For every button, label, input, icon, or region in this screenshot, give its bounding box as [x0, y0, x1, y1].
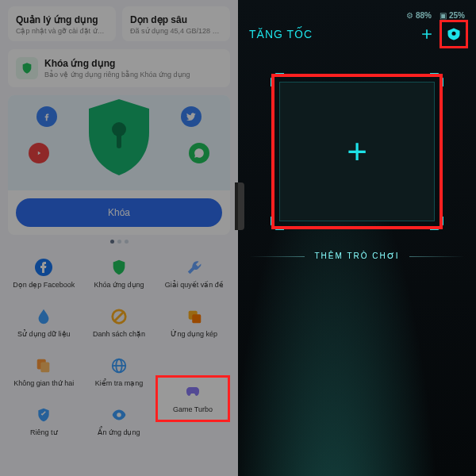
dual-squares-icon	[183, 305, 205, 328]
security-app-pane: Quản lý ứng dụng Cập nhật và gỡ cài đặt …	[0, 0, 238, 476]
droplet-icon	[33, 305, 55, 328]
lock-title: Khóa ứng dụng	[44, 58, 190, 69]
promo-card: Khóa	[8, 95, 230, 235]
pager-dots	[8, 240, 230, 244]
corner-decor	[270, 72, 297, 99]
gamepad-icon	[182, 381, 204, 403]
right-header: TĂNG TỐC	[249, 20, 465, 56]
shield-icon	[16, 57, 38, 79]
wrench-icon	[183, 256, 205, 278]
tool-blocklist[interactable]: Danh sách chặn	[83, 301, 155, 347]
lock-row[interactable]: Khóa ứng dụng Bảo vệ ứng dụng riêng bằng…	[8, 49, 230, 87]
section-label: THÊM TRÒ CHƠI	[249, 251, 465, 260]
card-title: Dọn dẹp sâu	[130, 14, 222, 25]
twitter-icon	[181, 106, 202, 127]
lock-sub: Bảo vệ ứng dụng riêng bằng Khóa ứng dụng	[44, 71, 190, 79]
facebook-icon	[33, 256, 55, 278]
svg-point-12	[117, 413, 121, 417]
partial-game-thumb	[235, 182, 244, 230]
copy-icon	[33, 355, 55, 377]
corner-decor	[417, 204, 444, 231]
tool-hide-apps[interactable]: Ẩn ứng dụng	[83, 399, 155, 445]
plus-icon: +	[347, 134, 367, 169]
card-title: Quản lý ứng dụng	[16, 14, 108, 25]
tool-app-lock[interactable]: Khóa ứng dụng	[83, 251, 155, 298]
eye-off-icon	[108, 404, 130, 426]
svg-point-13	[452, 32, 456, 36]
cpu-icon: ⚙ 88%	[406, 11, 432, 20]
gpu-icon: ▣ 25%	[440, 11, 465, 20]
game-turbo-pane: ⚙ 88% ▣ 25% TĂNG TỐC + THÊM TRÒ CHƠI	[238, 0, 476, 476]
shield-check-icon	[33, 404, 55, 426]
svg-rect-8	[41, 362, 50, 372]
tool-privacy[interactable]: Riêng tư	[8, 399, 80, 445]
svg-rect-1	[117, 134, 121, 148]
card-deep-clean[interactable]: Dọn dẹp sâu Đã sử dụng 45,4 GB/128 GB	[122, 6, 230, 41]
globe-icon	[108, 355, 130, 377]
game-turbo-container[interactable]: Game Turbo	[157, 377, 228, 420]
shield-large-icon	[86, 99, 152, 178]
tool-data-usage[interactable]: Sử dụng dữ liệu	[8, 301, 80, 347]
top-cards-row: Quản lý ứng dụng Cập nhật và gỡ cài đặt …	[8, 6, 230, 41]
svg-line-4	[114, 313, 123, 321]
add-game-slot[interactable]: +	[270, 72, 444, 231]
add-button[interactable]	[416, 23, 438, 45]
tool-dual-apps[interactable]: Ứng dụng kép	[158, 301, 230, 347]
tool-network-test[interactable]: Kiểm tra mạng	[83, 350, 155, 396]
settings-button[interactable]	[443, 23, 465, 45]
lock-cta-button[interactable]: Khóa	[16, 198, 222, 227]
page-title: TĂNG TỐC	[249, 28, 313, 40]
lock-icon	[108, 256, 130, 278]
status-row: ⚙ 88% ▣ 25%	[249, 11, 465, 20]
facebook-icon	[36, 106, 57, 127]
corner-decor	[417, 72, 444, 99]
youtube-icon	[29, 143, 49, 163]
whatsapp-icon	[189, 143, 209, 163]
slot-frame: +	[279, 82, 435, 221]
card-manage-apps[interactable]: Quản lý ứng dụng Cập nhật và gỡ cài đặt …	[8, 6, 116, 41]
tool-facebook-clean[interactable]: Dọn dẹp Facebook	[8, 251, 80, 298]
promo-canvas	[8, 95, 230, 190]
tool-second-space[interactable]: Không gian thứ hai	[8, 350, 80, 396]
block-icon	[108, 305, 130, 328]
card-sub: Cập nhật và gỡ cài đặt ứng…	[16, 27, 108, 35]
card-sub: Đã sử dụng 45,4 GB/128 GB	[130, 27, 222, 35]
corner-decor	[270, 204, 297, 231]
svg-rect-6	[192, 314, 201, 323]
tool-troubleshoot[interactable]: Giải quyết vấn đề	[158, 251, 230, 298]
